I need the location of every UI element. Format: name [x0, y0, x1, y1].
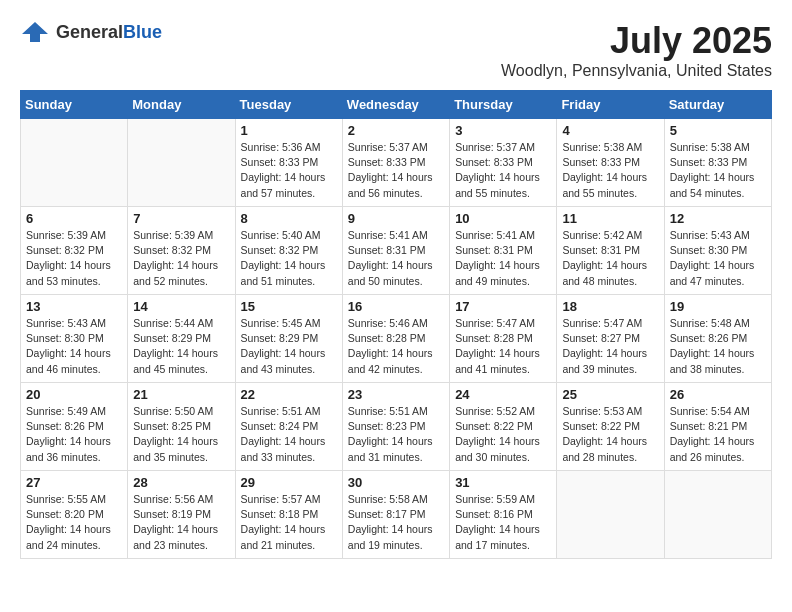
cell-sun-info: Sunrise: 5:51 AMSunset: 8:23 PMDaylight:…	[348, 404, 444, 465]
day-number: 12	[670, 211, 766, 226]
calendar-cell	[128, 119, 235, 207]
calendar-cell: 31Sunrise: 5:59 AMSunset: 8:16 PMDayligh…	[450, 471, 557, 559]
day-of-week-header: Tuesday	[235, 91, 342, 119]
calendar-week-row: 27Sunrise: 5:55 AMSunset: 8:20 PMDayligh…	[21, 471, 772, 559]
calendar-cell: 16Sunrise: 5:46 AMSunset: 8:28 PMDayligh…	[342, 295, 449, 383]
calendar-cell: 26Sunrise: 5:54 AMSunset: 8:21 PMDayligh…	[664, 383, 771, 471]
cell-sun-info: Sunrise: 5:59 AMSunset: 8:16 PMDaylight:…	[455, 492, 551, 553]
cell-sun-info: Sunrise: 5:41 AMSunset: 8:31 PMDaylight:…	[455, 228, 551, 289]
day-number: 15	[241, 299, 337, 314]
day-of-week-header: Sunday	[21, 91, 128, 119]
calendar-cell: 9Sunrise: 5:41 AMSunset: 8:31 PMDaylight…	[342, 207, 449, 295]
svg-marker-0	[22, 22, 48, 42]
calendar-cell: 6Sunrise: 5:39 AMSunset: 8:32 PMDaylight…	[21, 207, 128, 295]
day-number: 29	[241, 475, 337, 490]
calendar-cell: 10Sunrise: 5:41 AMSunset: 8:31 PMDayligh…	[450, 207, 557, 295]
day-number: 23	[348, 387, 444, 402]
calendar-cell: 15Sunrise: 5:45 AMSunset: 8:29 PMDayligh…	[235, 295, 342, 383]
cell-sun-info: Sunrise: 5:51 AMSunset: 8:24 PMDaylight:…	[241, 404, 337, 465]
day-number: 16	[348, 299, 444, 314]
calendar-cell: 21Sunrise: 5:50 AMSunset: 8:25 PMDayligh…	[128, 383, 235, 471]
cell-sun-info: Sunrise: 5:38 AMSunset: 8:33 PMDaylight:…	[562, 140, 658, 201]
day-number: 25	[562, 387, 658, 402]
cell-sun-info: Sunrise: 5:50 AMSunset: 8:25 PMDaylight:…	[133, 404, 229, 465]
calendar-cell: 23Sunrise: 5:51 AMSunset: 8:23 PMDayligh…	[342, 383, 449, 471]
day-number: 24	[455, 387, 551, 402]
calendar-week-row: 20Sunrise: 5:49 AMSunset: 8:26 PMDayligh…	[21, 383, 772, 471]
calendar-cell: 2Sunrise: 5:37 AMSunset: 8:33 PMDaylight…	[342, 119, 449, 207]
calendar-cell	[557, 471, 664, 559]
calendar-cell: 7Sunrise: 5:39 AMSunset: 8:32 PMDaylight…	[128, 207, 235, 295]
calendar-cell: 27Sunrise: 5:55 AMSunset: 8:20 PMDayligh…	[21, 471, 128, 559]
calendar-cell: 13Sunrise: 5:43 AMSunset: 8:30 PMDayligh…	[21, 295, 128, 383]
day-number: 7	[133, 211, 229, 226]
month-year-title: July 2025	[501, 20, 772, 62]
calendar-cell: 1Sunrise: 5:36 AMSunset: 8:33 PMDaylight…	[235, 119, 342, 207]
calendar-cell: 29Sunrise: 5:57 AMSunset: 8:18 PMDayligh…	[235, 471, 342, 559]
calendar-header-row: SundayMondayTuesdayWednesdayThursdayFrid…	[21, 91, 772, 119]
logo: GeneralBlue	[20, 20, 162, 44]
day-number: 30	[348, 475, 444, 490]
day-number: 10	[455, 211, 551, 226]
cell-sun-info: Sunrise: 5:38 AMSunset: 8:33 PMDaylight:…	[670, 140, 766, 201]
day-number: 2	[348, 123, 444, 138]
day-of-week-header: Wednesday	[342, 91, 449, 119]
day-number: 11	[562, 211, 658, 226]
day-number: 22	[241, 387, 337, 402]
day-number: 1	[241, 123, 337, 138]
calendar-cell: 8Sunrise: 5:40 AMSunset: 8:32 PMDaylight…	[235, 207, 342, 295]
calendar-week-row: 13Sunrise: 5:43 AMSunset: 8:30 PMDayligh…	[21, 295, 772, 383]
day-number: 3	[455, 123, 551, 138]
day-number: 31	[455, 475, 551, 490]
day-of-week-header: Thursday	[450, 91, 557, 119]
cell-sun-info: Sunrise: 5:37 AMSunset: 8:33 PMDaylight:…	[455, 140, 551, 201]
cell-sun-info: Sunrise: 5:54 AMSunset: 8:21 PMDaylight:…	[670, 404, 766, 465]
cell-sun-info: Sunrise: 5:36 AMSunset: 8:33 PMDaylight:…	[241, 140, 337, 201]
cell-sun-info: Sunrise: 5:47 AMSunset: 8:27 PMDaylight:…	[562, 316, 658, 377]
calendar-cell	[21, 119, 128, 207]
calendar-cell: 25Sunrise: 5:53 AMSunset: 8:22 PMDayligh…	[557, 383, 664, 471]
cell-sun-info: Sunrise: 5:49 AMSunset: 8:26 PMDaylight:…	[26, 404, 122, 465]
calendar-cell: 30Sunrise: 5:58 AMSunset: 8:17 PMDayligh…	[342, 471, 449, 559]
calendar-cell: 20Sunrise: 5:49 AMSunset: 8:26 PMDayligh…	[21, 383, 128, 471]
day-number: 21	[133, 387, 229, 402]
day-number: 28	[133, 475, 229, 490]
logo-icon	[20, 20, 50, 44]
cell-sun-info: Sunrise: 5:42 AMSunset: 8:31 PMDaylight:…	[562, 228, 658, 289]
cell-sun-info: Sunrise: 5:47 AMSunset: 8:28 PMDaylight:…	[455, 316, 551, 377]
calendar-cell: 5Sunrise: 5:38 AMSunset: 8:33 PMDaylight…	[664, 119, 771, 207]
day-of-week-header: Friday	[557, 91, 664, 119]
cell-sun-info: Sunrise: 5:37 AMSunset: 8:33 PMDaylight:…	[348, 140, 444, 201]
calendar-cell: 12Sunrise: 5:43 AMSunset: 8:30 PMDayligh…	[664, 207, 771, 295]
day-number: 4	[562, 123, 658, 138]
logo-general-text: General	[56, 22, 123, 42]
day-of-week-header: Saturday	[664, 91, 771, 119]
day-number: 19	[670, 299, 766, 314]
calendar-cell: 14Sunrise: 5:44 AMSunset: 8:29 PMDayligh…	[128, 295, 235, 383]
location-subtitle: Woodlyn, Pennsylvania, United States	[501, 62, 772, 80]
cell-sun-info: Sunrise: 5:43 AMSunset: 8:30 PMDaylight:…	[26, 316, 122, 377]
day-number: 18	[562, 299, 658, 314]
cell-sun-info: Sunrise: 5:39 AMSunset: 8:32 PMDaylight:…	[26, 228, 122, 289]
cell-sun-info: Sunrise: 5:40 AMSunset: 8:32 PMDaylight:…	[241, 228, 337, 289]
cell-sun-info: Sunrise: 5:48 AMSunset: 8:26 PMDaylight:…	[670, 316, 766, 377]
cell-sun-info: Sunrise: 5:57 AMSunset: 8:18 PMDaylight:…	[241, 492, 337, 553]
day-number: 6	[26, 211, 122, 226]
logo-blue-text: Blue	[123, 22, 162, 42]
page-header: GeneralBlue July 2025 Woodlyn, Pennsylva…	[20, 20, 772, 80]
calendar-week-row: 1Sunrise: 5:36 AMSunset: 8:33 PMDaylight…	[21, 119, 772, 207]
cell-sun-info: Sunrise: 5:43 AMSunset: 8:30 PMDaylight:…	[670, 228, 766, 289]
title-block: July 2025 Woodlyn, Pennsylvania, United …	[501, 20, 772, 80]
calendar-cell: 17Sunrise: 5:47 AMSunset: 8:28 PMDayligh…	[450, 295, 557, 383]
calendar-cell: 4Sunrise: 5:38 AMSunset: 8:33 PMDaylight…	[557, 119, 664, 207]
calendar-table: SundayMondayTuesdayWednesdayThursdayFrid…	[20, 90, 772, 559]
cell-sun-info: Sunrise: 5:56 AMSunset: 8:19 PMDaylight:…	[133, 492, 229, 553]
cell-sun-info: Sunrise: 5:53 AMSunset: 8:22 PMDaylight:…	[562, 404, 658, 465]
day-number: 5	[670, 123, 766, 138]
cell-sun-info: Sunrise: 5:55 AMSunset: 8:20 PMDaylight:…	[26, 492, 122, 553]
cell-sun-info: Sunrise: 5:41 AMSunset: 8:31 PMDaylight:…	[348, 228, 444, 289]
day-number: 8	[241, 211, 337, 226]
day-number: 17	[455, 299, 551, 314]
calendar-cell: 28Sunrise: 5:56 AMSunset: 8:19 PMDayligh…	[128, 471, 235, 559]
calendar-cell: 18Sunrise: 5:47 AMSunset: 8:27 PMDayligh…	[557, 295, 664, 383]
